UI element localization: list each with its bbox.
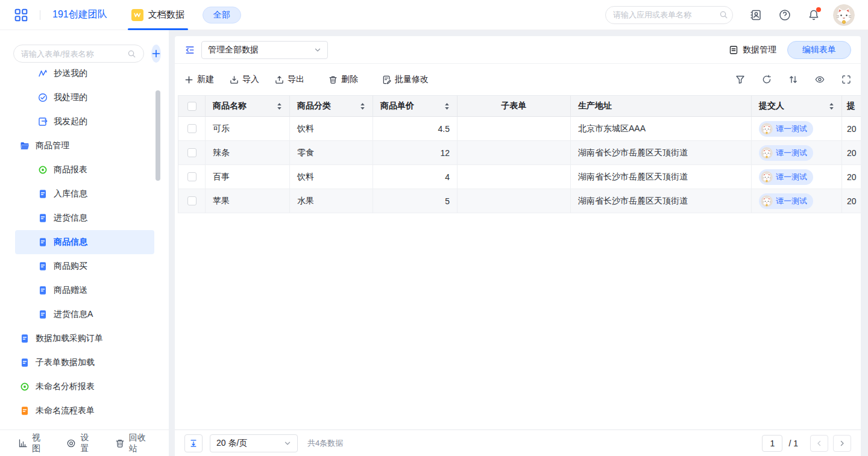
jump-to-bottom-button[interactable]	[184, 434, 203, 452]
delete-button[interactable]: 删除	[329, 74, 358, 85]
cell-product-price: 4.5	[373, 117, 458, 141]
sidebar-item-initiated-by-me[interactable]: 我发起的	[15, 110, 154, 134]
row-checkbox[interactable]	[187, 196, 197, 205]
data-view-select[interactable]: 管理全部数据	[201, 41, 328, 59]
sidebar-item-clipped[interactable]	[15, 423, 154, 429]
submitter-chip[interactable]: 谭一测试	[759, 145, 813, 161]
sort-icon[interactable]	[788, 75, 798, 84]
table-row[interactable]: 百事 饮料 4 湖南省长沙市岳麓区天顶街道 谭一测试 20	[178, 165, 861, 189]
sidebar-item-product-buy[interactable]: 商品购买	[15, 254, 154, 278]
sidebar-item-purchase-info-a[interactable]: 进货信息A	[15, 302, 154, 326]
total-count-text: 共4条数据	[307, 438, 343, 449]
cell-product-category: 零食	[290, 141, 373, 165]
chevron-right-icon	[838, 440, 846, 447]
cell-product-category: 水果	[290, 189, 373, 213]
sidebar-search[interactable]	[13, 45, 144, 63]
form-icon	[38, 213, 48, 223]
submitter-chip[interactable]: 谭一测试	[759, 121, 813, 137]
scope-pill-all[interactable]: 全部	[203, 7, 241, 23]
tab-label: 文档数据	[148, 9, 184, 20]
settings-button[interactable]: 设置	[66, 433, 94, 454]
sidebar-scrollbar[interactable]	[156, 90, 160, 181]
search-icon	[127, 49, 136, 58]
column-header-product-price[interactable]: 商品单价	[373, 95, 458, 117]
edit-form-button[interactable]: 编辑表单	[787, 41, 851, 59]
new-button[interactable]: 新建	[184, 74, 214, 85]
search-icon	[719, 10, 728, 19]
sidebar-nav: 抄送我的 我处理的 我发起的 商品管理 商品报表 入库信息 进货信息 商品信息 …	[0, 67, 169, 429]
help-icon[interactable]	[779, 9, 791, 21]
row-checkbox[interactable]	[187, 148, 197, 157]
cell-subform	[458, 117, 571, 141]
column-header-clipped[interactable]: 提	[842, 95, 861, 117]
column-header-submitter[interactable]: 提交人	[752, 95, 842, 117]
sidebar-item-unnamed-analysis-report[interactable]: 未命名分析报表	[15, 375, 154, 399]
prev-page-button[interactable]	[810, 435, 828, 452]
data-manage-button[interactable]: 数据管理	[729, 45, 776, 55]
add-form-button[interactable]	[151, 45, 161, 63]
global-search-input[interactable]	[613, 10, 719, 19]
team-name[interactable]: 191创建团队	[52, 8, 107, 21]
sidebar-folder-product-management[interactable]: 商品管理	[15, 134, 154, 158]
form-icon	[38, 189, 48, 199]
sidebar-item-purchase-info[interactable]: 进货信息	[15, 206, 154, 230]
sidebar-item-subform-data-load[interactable]: 子表单数据加载	[15, 351, 154, 375]
sidebar-item-handled-by-me[interactable]: 我处理的	[15, 86, 154, 110]
sidebar-item-product-info-selected[interactable]: 商品信息	[15, 230, 154, 254]
main-panel: 管理全部数据 数据管理 编辑表单 新建 导入 导出 删除 批量修改 商品名称	[175, 36, 861, 456]
sidebar-item-cc-to-me[interactable]: 抄送我的	[15, 67, 154, 86]
page-size-select[interactable]: 20 条/页	[210, 434, 298, 452]
global-search[interactable]	[605, 6, 733, 24]
sort-arrows-icon[interactable]	[277, 102, 282, 110]
recycle-bin-button[interactable]: 回收站	[115, 433, 151, 454]
table-row[interactable]: 苹果 水果 5 湖南省长沙市岳麓区天顶街道 谭一测试 20	[178, 189, 861, 213]
sidebar-item-data-load-purchase-order[interactable]: 数据加载采购订单	[15, 326, 154, 351]
page-number-input[interactable]	[762, 435, 782, 452]
next-page-button[interactable]	[833, 435, 851, 452]
submitter-avatar	[761, 147, 773, 159]
column-visibility-icon[interactable]	[815, 75, 825, 84]
refresh-icon[interactable]	[762, 75, 772, 84]
select-all-checkbox[interactable]	[187, 102, 197, 111]
sort-arrows-icon[interactable]	[360, 102, 365, 110]
table-row[interactable]: 辣条 零食 12 湖南省长沙市岳麓区天顶街道 谭一测试 20	[178, 141, 861, 165]
contacts-book-icon[interactable]	[750, 9, 762, 21]
avatar[interactable]	[833, 4, 855, 26]
sidebar-item-product-gift[interactable]: 商品赠送	[15, 278, 154, 302]
sidebar-item-inbound-info[interactable]: 入库信息	[15, 182, 154, 206]
submitter-chip[interactable]: 谭一测试	[759, 169, 813, 185]
cell-product-price: 4	[373, 165, 458, 189]
report-icon	[38, 165, 48, 175]
sidebar-item-product-report[interactable]: 商品报表	[15, 158, 154, 182]
row-checkbox[interactable]	[187, 172, 197, 181]
chevron-down-icon	[314, 46, 321, 54]
column-header-production-address[interactable]: 生产地址	[571, 95, 752, 117]
top-bar: 191创建团队 文档数据 全部	[0, 0, 868, 30]
column-header-product-name[interactable]: 商品名称	[206, 95, 290, 117]
column-header-subform[interactable]: 子表单	[458, 95, 571, 117]
import-button[interactable]: 导入	[230, 74, 259, 85]
sort-arrows-icon[interactable]	[444, 102, 450, 110]
views-button[interactable]: 视图	[18, 433, 46, 454]
submitter-chip[interactable]: 谭一测试	[759, 193, 813, 209]
sidebar-search-input[interactable]	[21, 49, 127, 58]
bell-icon[interactable]	[808, 9, 820, 21]
sidebar-item-unnamed-flow-form[interactable]: 未命名流程表单	[15, 399, 154, 423]
trash-icon	[115, 439, 125, 448]
cell-clipped: 20	[842, 117, 861, 141]
batch-edit-button[interactable]: 批量修改	[382, 74, 429, 85]
gear-icon	[66, 439, 76, 448]
collapse-sidebar-icon[interactable]	[184, 45, 195, 55]
row-checkbox[interactable]	[187, 124, 197, 133]
export-button[interactable]: 导出	[275, 74, 304, 85]
fullscreen-icon[interactable]	[841, 75, 851, 84]
filter-icon[interactable]	[735, 75, 745, 84]
sort-arrows-icon[interactable]	[829, 102, 834, 110]
cell-submitter: 谭一测试	[752, 141, 842, 165]
jump-to-bottom-icon	[189, 439, 198, 448]
table-row[interactable]: 可乐 饮料 4.5 北京市东城区AAA 谭一测试 20	[178, 117, 861, 141]
panel-header: 管理全部数据 数据管理 编辑表单	[175, 36, 861, 64]
tab-doc-data[interactable]: 文档数据	[131, 0, 184, 30]
column-header-product-category[interactable]: 商品分类	[290, 95, 373, 117]
apps-grid-icon[interactable]	[14, 8, 28, 22]
